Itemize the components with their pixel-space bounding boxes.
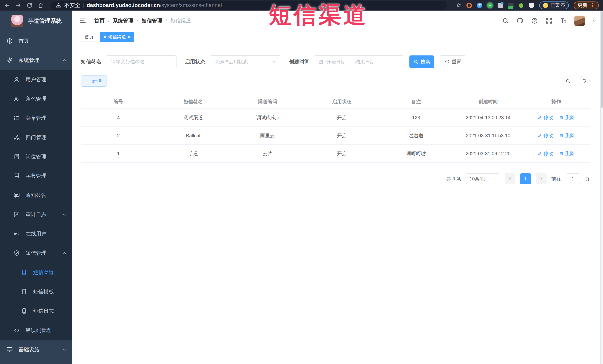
app-title: 芋道管理系统 xyxy=(28,17,62,25)
sidebar-item-audit-log[interactable]: 审计日志 xyxy=(0,205,72,224)
sidebar-item-sms-template[interactable]: 短信模板 xyxy=(0,282,72,301)
next-page-button[interactable] xyxy=(536,173,546,184)
profile-paused-badge[interactable]: 已暂停 xyxy=(539,1,569,9)
cell-id: 4 xyxy=(81,115,156,121)
table-row[interactable]: 4 测试渠道 调试(钉钉) 开启 123 2021-04-13 00:23:14… xyxy=(81,109,590,127)
edit-label: 修改 xyxy=(544,132,553,139)
breadcrumb-separator: / xyxy=(165,18,167,23)
sidebar-item-label: 审计日志 xyxy=(26,211,46,218)
delete-link[interactable]: 删除 xyxy=(559,150,575,157)
pencil-icon xyxy=(537,115,542,120)
pencil-icon xyxy=(537,151,542,156)
sidebar-item-sms[interactable]: 短信管理 xyxy=(0,243,72,263)
paused-label: 已暂停 xyxy=(550,2,565,9)
status-select[interactable]: 请选择启用状态 xyxy=(210,55,281,68)
online-icon xyxy=(13,231,20,237)
chevron-down-icon xyxy=(62,347,67,352)
avatar[interactable] xyxy=(574,16,585,26)
scrollbar-thumb[interactable] xyxy=(601,11,603,108)
page-number-button[interactable]: 1 xyxy=(520,173,531,184)
browser-scrollbar[interactable] xyxy=(600,11,603,364)
sidebar-item-departments[interactable]: 部门管理 xyxy=(0,128,72,147)
sidebar-item-users[interactable]: 用户管理 xyxy=(0,70,72,89)
page-size-select[interactable]: 10条/页 xyxy=(466,173,500,184)
fullscreen-icon[interactable] xyxy=(545,17,553,24)
extension-icon-ghost[interactable] xyxy=(529,3,534,8)
sidebar-item-system[interactable]: 系统管理 xyxy=(0,51,72,70)
browser-menu-kebab-icon[interactable]: ⋮ xyxy=(590,3,595,8)
prev-page-button[interactable] xyxy=(505,173,515,184)
font-size-icon[interactable] xyxy=(560,17,567,24)
reset-button[interactable]: 重置 xyxy=(440,55,466,68)
sidebar-item-online-users[interactable]: 在线用户 xyxy=(0,224,72,243)
bookmark-star-icon[interactable] xyxy=(456,3,462,8)
extension-icon-grid[interactable] xyxy=(498,3,503,8)
sign-input[interactable] xyxy=(106,55,176,68)
sidebar: 芋道管理系统 首页 系统管理 用户管理 角色管理 菜单管理 部门管理 岗位管理 … xyxy=(0,11,72,364)
add-button[interactable]: 新增 xyxy=(81,76,107,87)
edit-link[interactable]: 修改 xyxy=(537,150,553,157)
edit-label: 修改 xyxy=(544,150,553,157)
table-row[interactable]: 1 芋道 云片 开启 呵呵呵哒 2021-03-31 06:12:20 修改 删… xyxy=(81,145,590,163)
edit-label: 修改 xyxy=(544,114,553,121)
help-icon[interactable] xyxy=(531,17,538,24)
delete-link[interactable]: 删除 xyxy=(559,114,575,121)
main-content: 短信签名 启用状态 请选择启用状态 创建时间 开始日期 - 结束日期 搜索 重置… xyxy=(72,43,600,364)
sidebar-item-dict[interactable]: 字典管理 xyxy=(0,166,72,186)
sidebar-item-home[interactable]: 首页 xyxy=(0,31,72,51)
cell-created: 2021-04-13 00:23:14 xyxy=(453,115,523,121)
column-header: 短信签名 xyxy=(156,99,230,105)
reload-icon[interactable] xyxy=(26,2,33,9)
github-icon[interactable] xyxy=(517,17,523,24)
breadcrumb-item[interactable]: 短信管理 xyxy=(141,17,162,24)
toggle-search-button[interactable] xyxy=(563,76,573,86)
role-icon xyxy=(13,96,20,102)
sidebar-item-notice[interactable]: 通知公告 xyxy=(0,186,72,205)
extension-icon-dark[interactable] xyxy=(508,3,513,8)
home-icon[interactable] xyxy=(37,2,44,9)
sidebar-item-roles[interactable]: 角色管理 xyxy=(0,89,72,109)
sidebar-toggle-icon[interactable] xyxy=(79,17,86,24)
trash-icon xyxy=(559,115,564,120)
sidebar-item-label: 菜单管理 xyxy=(26,115,46,122)
breadcrumb-item[interactable]: 系统管理 xyxy=(113,17,133,24)
delete-link[interactable]: 删除 xyxy=(559,132,575,139)
sidebar-item-infrastructure[interactable]: 基础设施 xyxy=(0,340,72,359)
sidebar-item-menus[interactable]: 菜单管理 xyxy=(0,109,72,128)
search-icon xyxy=(414,59,418,64)
breadcrumb-item[interactable]: 首页 xyxy=(94,17,105,24)
browser-update-button[interactable]: 更新 ⋮ xyxy=(574,1,599,9)
dashboard-icon xyxy=(6,38,13,44)
extension-icon-sprout[interactable] xyxy=(518,3,524,8)
search-icon[interactable] xyxy=(502,17,509,24)
extension-icon-blue-pin[interactable] xyxy=(477,3,482,8)
address-bar[interactable]: 不安全 dashboard.yudao.iocoder.cn/system/sm… xyxy=(50,1,447,10)
sidebar-item-label: 短信渠道 xyxy=(33,269,54,276)
trash-icon xyxy=(559,133,564,138)
tab-home[interactable]: 首页 xyxy=(81,32,97,42)
back-icon[interactable] xyxy=(4,2,10,9)
edit-link[interactable]: 修改 xyxy=(537,132,553,139)
extension-icon-orange-ring[interactable] xyxy=(466,3,472,8)
refresh-table-button[interactable] xyxy=(579,76,590,86)
extension-icon-green-check[interactable] xyxy=(487,3,493,8)
sidebar-item-posts[interactable]: 岗位管理 xyxy=(0,147,72,166)
cell-remark: 啦啦啦 xyxy=(379,132,453,139)
sidebar-item-sms-log[interactable]: 短信日志 xyxy=(0,301,72,321)
tab-sms-channel[interactable]: 短信渠道 × xyxy=(100,32,134,42)
url-host: dashboard.yudao.iocoder.cn xyxy=(87,2,160,8)
close-icon[interactable]: × xyxy=(128,35,130,39)
goto-page-input[interactable] xyxy=(566,173,580,184)
date-range-picker[interactable]: 开始日期 - 结束日期 xyxy=(314,55,404,68)
search-button[interactable]: 搜索 xyxy=(409,55,434,68)
table-row[interactable]: 2 Ballcat 阿里云 开启 啦啦啦 2021-03-31 11:53:10… xyxy=(81,127,590,145)
sidebar-item-error-code[interactable]: 错误码管理 xyxy=(0,321,72,340)
app-logo-row[interactable]: 芋道管理系统 xyxy=(0,11,72,31)
chevron-down-icon[interactable] xyxy=(592,19,596,23)
sidebar-item-sms-channel[interactable]: 短信渠道 xyxy=(0,263,72,282)
plus-icon xyxy=(86,79,90,83)
table-header-row: 编号 短信签名 渠道编码 启用状态 备注 创建时间 操作 xyxy=(81,95,590,109)
url-path: /system/sms/sms-channel xyxy=(160,2,222,8)
edit-link[interactable]: 修改 xyxy=(537,114,553,121)
forward-icon[interactable] xyxy=(15,2,22,9)
